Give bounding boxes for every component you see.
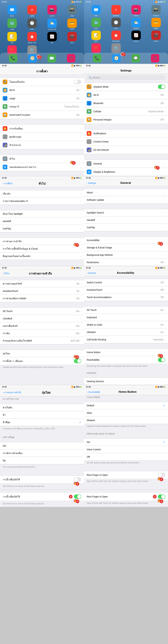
general-carplay-th[interactable]: CarPlay › <box>0 225 84 232</box>
reachability-toggle-th[interactable] <box>74 359 81 363</box>
settings-row-cellular-en[interactable]: 📡 Cellular Airplane Mode › <box>84 108 168 116</box>
app-maps-r[interactable]: 🗺️ Maps <box>87 18 105 29</box>
settings-row-cellular-th[interactable]: 📡 เซลลูลาร์ โหมดเครื่องบิน › <box>0 102 84 111</box>
settings-row-general-th[interactable]: ⚙️ ทั่วไป › 👆 2 <box>0 154 84 163</box>
general-spotlight-th[interactable]: ค้นหาโดย Spotlight › <box>0 210 84 218</box>
general-handoff-en[interactable]: Handoff › <box>84 216 168 224</box>
app-notes-r[interactable]: 📝 Notes <box>87 30 105 42</box>
settings-row-dnd-th[interactable]: 🌙 ห้ามรบกวน › <box>0 141 84 149</box>
dock-messages-r[interactable]: 💬 <box>131 54 140 62</box>
app-mail[interactable]: ✉️ อีเมล <box>3 5 21 17</box>
app-clock-r[interactable]: 🕐 Clock <box>107 18 125 29</box>
hb-slowest-en[interactable]: Slowest <box>84 416 168 424</box>
hb-off-th[interactable]: ปิด <box>0 457 84 464</box>
acc-home-en[interactable]: Home Button › 👆 4 <box>84 348 168 356</box>
hb-voice-th[interactable]: การสั่งการด้วยเสียง <box>0 450 84 457</box>
app-weather-r[interactable]: ⛅ Weather <box>127 18 145 29</box>
settings-row-hotspot-th[interactable]: 📡 ฮอตสปอตส่วนบุคคล ปิด › <box>0 111 84 119</box>
general-accessibility-en[interactable]: Accessibility › 👆 3 <box>84 236 168 244</box>
app-notes[interactable]: 📝 โน้ต <box>3 32 21 44</box>
hb-rest-finger-en[interactable]: Rest Finger to Open 👆 5 <box>84 471 168 479</box>
general-carplay-en[interactable]: CarPlay › <box>84 224 168 231</box>
reachability-toggle-en[interactable] <box>158 358 165 362</box>
acc-audio-en[interactable]: Call Audio Routing Automatic › <box>84 336 168 343</box>
hb-voice-en[interactable]: Voice Control <box>84 446 168 453</box>
acc-switch-th[interactable]: ความควบคุมสวิตช์ ปิด › <box>0 280 84 287</box>
settings-row-hotspot-en[interactable]: 📡 Personal Hotspot Off › <box>84 116 168 124</box>
airplane-toggle-en[interactable] <box>158 84 165 89</box>
acc-assistive-th[interactable]: AssistiveTouch ปิด › <box>0 287 84 295</box>
hb-siri-en[interactable]: Siri ✓ <box>84 438 168 446</box>
rest-finger-toggle-th[interactable] <box>74 477 81 482</box>
hb-default-th[interactable]: ค่าเริ่มต้น <box>0 404 84 411</box>
dock-music[interactable]: 🎵 <box>67 54 75 62</box>
airplane-toggle-th[interactable] <box>74 80 81 84</box>
app-maps[interactable]: 🗺️ แผนที่ <box>3 18 21 30</box>
acc-shake-en[interactable]: Shake to Undo On › <box>84 321 168 328</box>
right-back-btn[interactable]: ‹ Settings <box>87 182 96 184</box>
app-camera[interactable]: 📸 กล้อง <box>63 5 81 17</box>
app-stocks-r[interactable]: 📈 Stocks <box>127 30 145 42</box>
rf-toggle-left[interactable] <box>74 494 81 499</box>
acc-shake-th[interactable]: เขย่าเพื่อเลิกทำ เปิด › <box>0 322 84 330</box>
general-handoff-th[interactable]: Handoff › <box>0 218 84 225</box>
settings-row-notif-th[interactable]: 🔔 การแจ้งเตือน › <box>0 124 84 133</box>
hb-slow-en[interactable]: Slow <box>84 409 168 416</box>
general-bgrefresh-th[interactable]: คือลูกบอลไหลผ่านเบื้องหลัง › <box>0 252 84 260</box>
settings-row-general-en[interactable]: ⚙️ General › 👆 2 <box>84 160 168 168</box>
hb-slow-th[interactable]: ช้า <box>0 411 84 418</box>
app-clock[interactable]: 🕐 นาฬิกา <box>23 18 41 30</box>
acc-3d-en[interactable]: 3D Touch On › <box>84 306 168 314</box>
settings-row-notif-en[interactable]: 🔔 Notifications › <box>84 129 168 138</box>
app-mail-r[interactable]: ✉️ Mail <box>87 5 105 16</box>
settings-row-airplane-th[interactable]: ✈️ โหมดเครื่องบิน <box>0 78 84 86</box>
settings-search-bar[interactable]: 🔍 Search <box>87 75 165 80</box>
settings-row-airplane-en[interactable]: ✈️ Airplane Mode <box>84 82 168 91</box>
general-spotlight-en[interactable]: Spotlight Search › <box>84 209 168 216</box>
app-camera-r[interactable]: 📸 Camera <box>147 5 165 16</box>
app-weather[interactable]: ⛅ สภาพอากาศ <box>43 18 61 30</box>
dock-safari-r[interactable]: 🧭 <box>112 54 121 62</box>
acc-home-th[interactable]: ปุ่มโฮม › 👆 4 <box>0 350 84 357</box>
general-softupdate-th[interactable]: รายการอัปเดตซอฟต์แวร์ › <box>0 198 84 205</box>
hb-off-en[interactable]: Off <box>84 453 168 460</box>
dock-phone-r[interactable]: 📞 <box>93 54 101 62</box>
hb-rest-finger-th[interactable]: วางนิ้วเพื่อเปิดใช้ 👆 5 <box>0 476 84 484</box>
acc-reachability-en[interactable]: Reachability <box>84 356 168 364</box>
settings-row-cc-en[interactable]: 🎛️ Control Center › <box>84 138 168 146</box>
hb-default-en[interactable]: Default ✓ <box>84 402 168 409</box>
rf-toggle-right[interactable] <box>158 494 165 499</box>
acc-audio-th[interactable]: กำหนดเส้นทางเสียงโทรศัพท์ อัตโนมัติ › <box>0 337 84 344</box>
dock-phone[interactable]: 📞 <box>9 54 17 62</box>
acc-hearing-en[interactable]: Hearing Devices › <box>84 378 168 385</box>
general-restrictions-en[interactable]: Restrictions Off › <box>84 259 168 266</box>
app-reminders[interactable]: ⏰ เตือนความจำ <box>23 32 41 44</box>
acc-assistive-en[interactable]: AssistiveTouch Off › <box>84 286 168 294</box>
general-bgrefresh-en[interactable]: Background App Refresh › <box>84 251 168 259</box>
acc-switch-en[interactable]: Switch Control Off › <box>84 279 168 286</box>
app-stocks[interactable]: 📈 หุ้น <box>43 32 61 44</box>
general-about-en[interactable]: About › <box>84 189 168 196</box>
acc-vibration-en[interactable]: Vibration On › <box>84 328 168 336</box>
left-acc-back[interactable]: ‹ ทั่วไป <box>3 272 9 275</box>
right-rf-row[interactable]: Rest Finger to Open 6 👆 5 <box>84 492 168 501</box>
settings-row-wifi-en[interactable]: 📶 Wi-Fi Off › <box>84 91 168 99</box>
left-back-btn[interactable]: ‹ การตั้งค่า <box>3 182 13 185</box>
app-wallet[interactable]: 💳 Wallet <box>63 18 81 30</box>
dock-music-r[interactable]: 🎵 <box>151 54 159 62</box>
general-storage-th[interactable]: การใช้งานพื้นที่เก็บข้อมูล & iCloud › <box>0 245 84 252</box>
acc-keyboard-th[interactable]: แป้นพิมพ์ › <box>0 315 84 322</box>
acc-reachability-th[interactable]: การตั้งค่า + เพิ่มแตะ <box>0 357 84 365</box>
general-softupdate-en[interactable]: Software Update › <box>84 196 168 204</box>
left-rf-row[interactable]: วางนิ้วเพื่อเปิดใช้ 6 👆 5 <box>0 492 84 501</box>
settings-row-bt-th[interactable]: 🔵 บลูทูธ ปิด › <box>0 94 84 102</box>
hb-slowest-th[interactable]: ช้าที่สุด ✓ <box>0 418 84 426</box>
settings-row-bt-en[interactable]: 🔵 Bluetooth Off › <box>84 99 168 108</box>
settings-row-dnd-en[interactable]: 🌙 Do Not Disturb › <box>84 146 168 154</box>
app-videos-r[interactable]: 🎬 Videos <box>147 30 165 42</box>
general-about-th[interactable]: เกี่ยวกับ › <box>0 190 84 198</box>
app-calendar-r[interactable]: 2 Calendar <box>107 5 125 16</box>
app-videos[interactable]: 🎬 วิดีโอ <box>63 32 81 44</box>
settings-row-wifi-th[interactable]: 📶 Wi-Fi ปิด › <box>0 86 84 94</box>
acc-3d-th[interactable]: 3D Touch เปิด › <box>0 308 84 315</box>
